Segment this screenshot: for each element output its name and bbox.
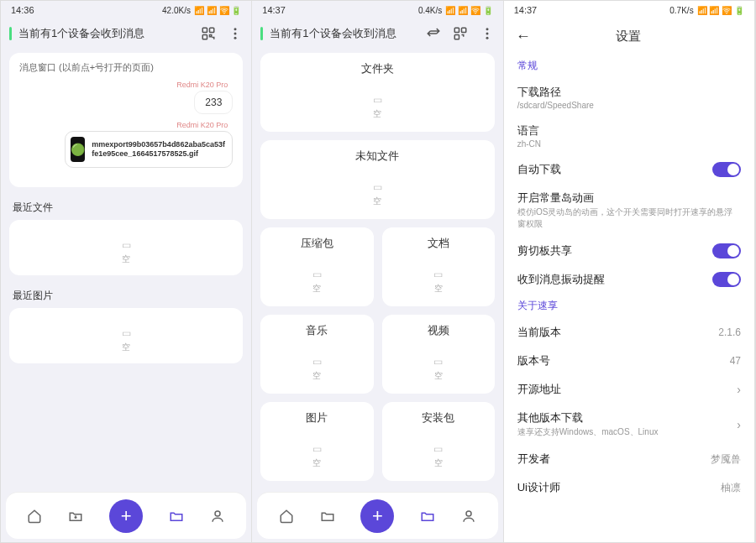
signal-icon: 📶 📶 🛜 🔋: [445, 6, 492, 15]
setting-developer: 开发者 梦魇兽: [504, 445, 754, 473]
category-apk[interactable]: 安装包 ▭空: [382, 402, 495, 481]
message-file[interactable]: 🟢 mmexport99b03657b4d862aba5ca53ffe1e95c…: [65, 131, 233, 168]
status-time: 14:37: [514, 5, 538, 15]
setting-download-path[interactable]: 下载路径 /sdcard/SpeedShare: [504, 78, 754, 117]
nav-home-icon[interactable]: [279, 509, 294, 524]
device-label: Redmi K20 Pro: [24, 81, 228, 89]
device-label: Redmi K20 Pro: [24, 121, 228, 129]
nav-profile-icon[interactable]: [210, 509, 225, 524]
empty-icon: ▭: [312, 443, 322, 455]
bottom-nav: +: [6, 492, 246, 539]
svg-rect-7: [454, 28, 459, 32]
panel-files: 14:37 0.4K/s 📶 📶 🛜 🔋 当前有1个设备会收到消息 文件夹 ▭空…: [252, 1, 503, 543]
setting-build: 版本号 47: [504, 347, 754, 375]
setting-other-download[interactable]: 其他版本下载 速享还支持Windows、macOS、Linux ›: [504, 404, 754, 445]
fab-add-button[interactable]: +: [360, 499, 394, 533]
header-accent: [9, 27, 12, 40]
nav-folder-out-icon[interactable]: [68, 509, 83, 524]
chevron-right-icon: ›: [737, 383, 741, 396]
swap-icon[interactable]: [426, 26, 441, 41]
qr-icon[interactable]: [453, 26, 468, 41]
setting-dynamic-island[interactable]: 开启常量岛动画 模仿iOS灵动岛的动画，这个开关需要同时打开速享的悬浮窗权限: [504, 184, 754, 237]
svg-rect-8: [461, 28, 465, 32]
chevron-right-icon: ›: [737, 418, 741, 431]
empty-icon: ▭: [312, 356, 322, 368]
category-unknown[interactable]: 未知文件 ▭空: [260, 140, 494, 219]
header: 当前有1个设备会收到消息: [1, 19, 251, 48]
setting-vibrate[interactable]: 收到消息振动提醒: [504, 265, 754, 294]
fab-add-button[interactable]: +: [109, 499, 143, 533]
toggle-switch[interactable]: [712, 162, 741, 177]
signal-icon: 📶 📶 🛜 🔋: [194, 6, 241, 15]
category-image[interactable]: 图片 ▭空: [260, 402, 373, 481]
nav-folder-out-icon[interactable]: [320, 509, 335, 524]
empty-icon: ▭: [122, 327, 131, 339]
setting-designer: Ui设计师 柚凛: [504, 473, 754, 502]
svg-point-13: [466, 511, 471, 516]
recent-files-label: 最近文件: [9, 196, 243, 220]
back-arrow-icon[interactable]: ←: [516, 28, 531, 45]
header-title: 当前有1个设备会收到消息: [270, 26, 418, 41]
status-right: 0.4K/s 📶 📶 🛜 🔋: [418, 6, 493, 15]
nav-home-icon[interactable]: [27, 509, 42, 524]
category-archive[interactable]: 压缩包 ▭空: [260, 227, 373, 306]
message-window-card: 消息窗口 (以前点+号打开的页面) Redmi K20 Pro 233 Redm…: [9, 53, 243, 187]
empty-icon: ▭: [373, 181, 382, 193]
category-music[interactable]: 音乐 ▭空: [260, 315, 373, 394]
setting-language[interactable]: 语言 zh-CN: [504, 117, 754, 155]
bottom-nav: +: [257, 492, 497, 539]
qr-icon[interactable]: [201, 26, 216, 41]
recent-images-label: 最近图片: [9, 284, 243, 308]
svg-point-5: [234, 37, 237, 39]
more-icon[interactable]: [480, 26, 495, 41]
empty-icon: ▭: [122, 239, 131, 251]
status-bar: 14:37 0.7K/s 📶 📶 🛜 🔋: [504, 1, 754, 19]
svg-point-3: [234, 28, 237, 30]
msg-window-label: 消息窗口 (以前点+号打开的页面): [19, 61, 233, 74]
header-accent: [260, 27, 263, 40]
svg-point-4: [234, 33, 237, 35]
recent-images-card[interactable]: ▭ 空: [9, 308, 243, 363]
section-about: 关于速享: [504, 294, 754, 318]
status-right: 0.7K/s 📶 📶 🛜 🔋: [669, 6, 744, 15]
status-bar: 14:36 42.0K/s 📶 📶 🛜 🔋: [1, 1, 251, 19]
svg-point-11: [486, 33, 488, 35]
toggle-switch[interactable]: [712, 272, 741, 287]
empty-icon: ▭: [312, 269, 322, 280]
category-video[interactable]: 视频 ▭空: [382, 315, 495, 394]
status-time: 14:36: [11, 5, 34, 15]
panel-settings: 14:37 0.7K/s 📶 📶 🛜 🔋 ← 设置 常规 下载路径 /sdcar…: [504, 1, 755, 543]
settings-header: ← 设置: [504, 19, 754, 54]
svg-point-6: [215, 511, 220, 516]
file-name: mmexport99b03657b4d862aba5ca53ffe1e95cee…: [92, 140, 227, 159]
nav-folder-icon[interactable]: [420, 509, 435, 524]
category-doc[interactable]: 文档 ▭空: [382, 227, 495, 306]
nav-folder-icon[interactable]: [169, 509, 184, 524]
signal-icon: 📶 📶 🛜 🔋: [697, 6, 744, 15]
setting-opensource[interactable]: 开源地址 ›: [504, 375, 754, 404]
status-bar: 14:37 0.4K/s 📶 📶 🛜 🔋: [252, 1, 502, 19]
svg-point-10: [486, 28, 488, 30]
section-general: 常规: [504, 54, 754, 78]
recent-files-card[interactable]: ▭ 空: [9, 220, 243, 275]
setting-clipboard[interactable]: 剪切板共享: [504, 237, 754, 265]
svg-rect-1: [210, 28, 214, 32]
svg-rect-0: [203, 28, 207, 32]
setting-version: 当前版本 2.1.6: [504, 318, 754, 347]
empty-icon: ▭: [433, 443, 443, 455]
settings-title: 设置: [531, 29, 726, 44]
svg-rect-2: [203, 35, 207, 39]
empty-icon: ▭: [373, 94, 382, 106]
status-right: 42.0K/s 📶 📶 🛜 🔋: [162, 6, 241, 15]
empty-icon: ▭: [433, 269, 443, 280]
setting-auto-download[interactable]: 自动下载: [504, 155, 754, 184]
header-title: 当前有1个设备会收到消息: [18, 26, 194, 41]
message-bubble[interactable]: 233: [194, 91, 233, 114]
category-folder[interactable]: 文件夹 ▭空: [260, 53, 494, 132]
more-icon[interactable]: [228, 26, 243, 41]
toggle-switch[interactable]: [712, 243, 741, 258]
svg-point-12: [486, 37, 488, 39]
status-time: 14:37: [262, 5, 286, 15]
nav-profile-icon[interactable]: [461, 509, 476, 524]
panel-chat: 14:36 42.0K/s 📶 📶 🛜 🔋 当前有1个设备会收到消息 消息窗口 …: [1, 1, 252, 543]
